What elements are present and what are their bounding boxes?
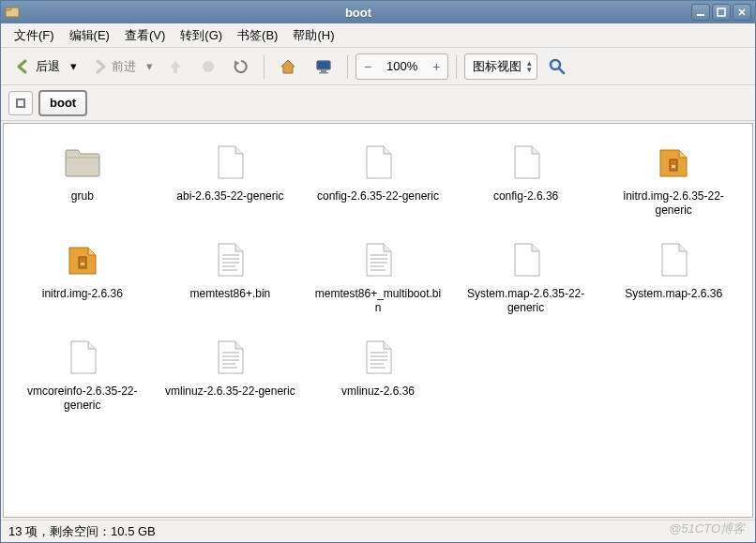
forward-button-group: 前进 ▾ <box>84 53 157 81</box>
search-button[interactable] <box>541 53 573 81</box>
archive-icon <box>58 234 107 283</box>
file-icon <box>58 332 107 381</box>
folder-icon <box>58 137 107 186</box>
file-icon <box>502 234 551 283</box>
file-item[interactable]: grub <box>13 137 152 218</box>
file-item[interactable]: memtest86+_multiboot.bin <box>309 234 447 315</box>
file-view[interactable]: grubabi-2.6.35-22-genericconfig-2.6.35-2… <box>3 123 753 518</box>
forward-label: 前进 <box>112 58 136 75</box>
file-item[interactable]: vmcoreinfo-2.6.35-22-generic <box>13 332 152 413</box>
stop-icon <box>201 59 216 74</box>
close-button[interactable] <box>733 4 751 21</box>
forward-arrow-icon <box>91 58 108 75</box>
file-item[interactable]: config-2.6.35-22-generic <box>309 137 447 218</box>
back-dropdown[interactable]: ▾ <box>67 53 81 81</box>
file-label: memtest86+.bin <box>190 287 271 301</box>
maximize-button[interactable] <box>712 4 731 21</box>
zoom-out-button[interactable]: − <box>356 59 379 74</box>
spinner-icon: ▲▼ <box>525 60 533 73</box>
window-title: boot <box>25 6 691 20</box>
archive-icon <box>649 137 698 186</box>
status-text: 13 项，剩余空间：10.5 GB <box>8 523 156 540</box>
toolbar: 后退 ▾ 前进 ▾ − 100% <box>1 48 755 85</box>
toolbar-separator <box>347 54 348 79</box>
reload-icon <box>233 58 249 75</box>
forward-button: 前进 <box>84 53 143 81</box>
file-icon <box>354 137 402 186</box>
file-item[interactable]: config-2.6.36 <box>457 137 596 218</box>
up-arrow-icon <box>167 58 184 75</box>
svg-rect-2 <box>697 14 704 16</box>
file-item[interactable]: initrd.img-2.6.35-22-generic <box>604 137 743 218</box>
svg-rect-6 <box>318 62 329 68</box>
app-icon <box>5 5 20 20</box>
file-item[interactable]: abi-2.6.35-22-generic <box>161 137 300 218</box>
file-icon <box>649 234 698 283</box>
location-bar: boot <box>1 85 755 121</box>
file-label: config-2.6.36 <box>493 189 558 204</box>
menu-view[interactable]: 查看(V) <box>117 24 173 47</box>
text-icon <box>354 234 402 283</box>
file-label: initrd.img-2.6.35-22-generic <box>608 189 739 218</box>
home-icon <box>279 57 297 76</box>
file-label: System.map-2.6.35-22-generic <box>461 287 592 315</box>
toolbar-separator <box>264 54 265 79</box>
file-label: abi-2.6.35-22-generic <box>176 189 283 204</box>
breadcrumb-boot[interactable]: boot <box>38 90 87 116</box>
reload-button[interactable] <box>226 53 256 81</box>
file-grid: grubabi-2.6.35-22-genericconfig-2.6.35-2… <box>13 137 743 413</box>
file-item[interactable]: System.map-2.6.36 <box>604 234 743 315</box>
menu-bookmarks[interactable]: 书签(B) <box>230 24 285 47</box>
statusbar: 13 项，剩余空间：10.5 GB <box>1 520 755 542</box>
file-label: config-2.6.35-22-generic <box>317 189 439 204</box>
svg-rect-8 <box>319 72 328 74</box>
view-mode-selector[interactable]: 图标视图 ▲▼ <box>464 53 537 80</box>
file-item[interactable]: memtest86+.bin <box>161 234 300 315</box>
file-icon <box>205 137 254 186</box>
text-icon <box>205 332 254 381</box>
svg-rect-3 <box>718 8 725 16</box>
titlebar: boot <box>1 1 755 23</box>
file-icon <box>502 137 551 186</box>
file-item[interactable]: vmlinuz-2.6.36 <box>309 332 447 413</box>
file-label: System.map-2.6.36 <box>625 287 722 301</box>
svg-point-4 <box>203 61 214 72</box>
file-label: memtest86+_multiboot.bin <box>312 287 444 315</box>
computer-icon <box>314 57 333 76</box>
back-button-group: 后退 ▾ <box>8 53 81 81</box>
menubar: 文件(F) 编辑(E) 查看(V) 转到(G) 书签(B) 帮助(H) <box>1 23 755 48</box>
svg-rect-1 <box>6 8 11 10</box>
file-label: vmlinuz-2.6.36 <box>341 385 415 399</box>
menu-file[interactable]: 文件(F) <box>7 24 62 47</box>
minimize-button[interactable] <box>691 4 710 21</box>
file-label: grub <box>71 189 94 204</box>
svg-rect-11 <box>672 165 675 168</box>
file-item[interactable]: initrd.img-2.6.36 <box>13 234 152 315</box>
forward-dropdown: ▾ <box>143 53 157 81</box>
zoom-value: 100% <box>379 59 425 73</box>
window: boot 文件(F) 编辑(E) 查看(V) 转到(G) 书签(B) 帮助(H)… <box>0 0 756 543</box>
edit-icon <box>16 98 25 108</box>
view-mode-label: 图标视图 <box>473 58 522 75</box>
svg-rect-7 <box>321 70 326 72</box>
zoom-in-button[interactable]: + <box>425 59 447 74</box>
text-icon <box>205 234 254 283</box>
menu-go[interactable]: 转到(G) <box>173 24 230 47</box>
watermark: @51CTO博客 <box>669 520 745 537</box>
file-label: initrd.img-2.6.36 <box>42 287 123 301</box>
back-button[interactable]: 后退 <box>8 53 67 81</box>
chevron-down-icon: ▾ <box>146 59 153 73</box>
back-arrow-icon <box>15 58 32 75</box>
file-item[interactable]: vmlinuz-2.6.35-22-generic <box>161 332 300 413</box>
menu-help[interactable]: 帮助(H) <box>285 24 341 47</box>
location-edit-toggle[interactable] <box>8 91 33 115</box>
menu-edit[interactable]: 编辑(E) <box>62 24 117 47</box>
stop-button <box>194 53 222 81</box>
file-item[interactable]: System.map-2.6.35-22-generic <box>457 234 596 315</box>
up-button <box>160 53 190 81</box>
chevron-down-icon: ▾ <box>70 59 77 73</box>
file-label: vmcoreinfo-2.6.35-22-generic <box>17 385 148 413</box>
zoom-control: − 100% + <box>355 53 448 80</box>
home-button[interactable] <box>272 53 304 81</box>
computer-button[interactable] <box>308 53 340 81</box>
